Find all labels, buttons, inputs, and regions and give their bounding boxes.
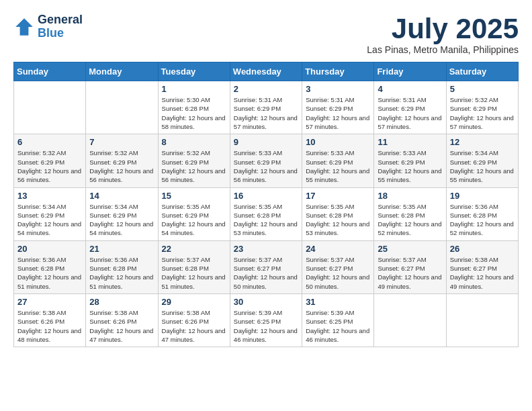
day-number: 27 (17, 297, 82, 307)
day-info: Sunrise: 5:37 AMSunset: 6:27 PMDaylight:… (234, 255, 298, 291)
day-info: Sunrise: 5:36 AMSunset: 6:28 PMDaylight:… (89, 255, 154, 291)
day-info: Sunrise: 5:35 AMSunset: 6:28 PMDaylight:… (378, 202, 442, 238)
calendar-cell: 14Sunrise: 5:34 AMSunset: 6:29 PMDayligh… (86, 187, 158, 240)
day-number: 16 (234, 191, 298, 201)
calendar-cell: 31Sunrise: 5:39 AMSunset: 6:25 PMDayligh… (302, 293, 374, 347)
day-number: 8 (162, 137, 226, 147)
day-of-week-header: Monday (86, 62, 158, 81)
calendar-cell: 22Sunrise: 5:37 AMSunset: 6:28 PMDayligh… (158, 240, 230, 293)
day-info: Sunrise: 5:32 AMSunset: 6:29 PMDaylight:… (162, 148, 226, 184)
svg-marker-0 (15, 18, 33, 36)
day-number: 23 (234, 244, 298, 254)
day-number: 12 (450, 137, 515, 147)
calendar-cell: 2Sunrise: 5:31 AMSunset: 6:29 PMDaylight… (230, 81, 302, 134)
location: Las Pinas, Metro Manila, Philippines (367, 44, 519, 55)
day-info: Sunrise: 5:38 AMSunset: 6:26 PMDaylight:… (162, 308, 226, 344)
calendar-cell: 16Sunrise: 5:35 AMSunset: 6:28 PMDayligh… (230, 187, 302, 240)
day-info: Sunrise: 5:30 AMSunset: 6:28 PMDaylight:… (162, 95, 226, 131)
day-info: Sunrise: 5:38 AMSunset: 6:26 PMDaylight:… (89, 308, 154, 344)
calendar-cell: 7Sunrise: 5:32 AMSunset: 6:29 PMDaylight… (86, 134, 158, 187)
calendar-header: SundayMondayTuesdayWednesdayThursdayFrid… (14, 62, 519, 81)
day-info: Sunrise: 5:36 AMSunset: 6:28 PMDaylight:… (17, 255, 82, 291)
calendar-cell (374, 293, 446, 347)
day-of-week-header: Saturday (446, 62, 518, 81)
month-title: July 2025 (367, 13, 519, 44)
day-number: 30 (234, 297, 298, 307)
day-number: 3 (306, 84, 370, 94)
day-number: 4 (378, 84, 442, 94)
day-of-week-header: Sunday (14, 62, 86, 81)
calendar-cell: 18Sunrise: 5:35 AMSunset: 6:28 PMDayligh… (374, 187, 446, 240)
day-info: Sunrise: 5:33 AMSunset: 6:29 PMDaylight:… (234, 148, 298, 184)
calendar-cell (86, 81, 158, 134)
day-info: Sunrise: 5:32 AMSunset: 6:29 PMDaylight:… (450, 95, 515, 131)
day-number: 10 (306, 137, 370, 147)
calendar: SundayMondayTuesdayWednesdayThursdayFrid… (13, 62, 519, 347)
day-info: Sunrise: 5:37 AMSunset: 6:27 PMDaylight:… (306, 255, 370, 291)
logo-icon (13, 16, 35, 38)
calendar-cell: 6Sunrise: 5:32 AMSunset: 6:29 PMDaylight… (14, 134, 86, 187)
day-number: 24 (306, 244, 370, 254)
calendar-cell: 1Sunrise: 5:30 AMSunset: 6:28 PMDaylight… (158, 81, 230, 134)
day-number: 7 (89, 137, 154, 147)
calendar-week-row: 1Sunrise: 5:30 AMSunset: 6:28 PMDaylight… (14, 81, 519, 134)
day-number: 14 (89, 191, 154, 201)
calendar-cell: 19Sunrise: 5:36 AMSunset: 6:28 PMDayligh… (446, 187, 518, 240)
calendar-cell: 28Sunrise: 5:38 AMSunset: 6:26 PMDayligh… (86, 293, 158, 347)
calendar-cell: 11Sunrise: 5:33 AMSunset: 6:29 PMDayligh… (374, 134, 446, 187)
logo-line2: Blue (38, 26, 64, 40)
calendar-cell: 24Sunrise: 5:37 AMSunset: 6:27 PMDayligh… (302, 240, 374, 293)
day-header-row: SundayMondayTuesdayWednesdayThursdayFrid… (14, 62, 519, 81)
day-info: Sunrise: 5:38 AMSunset: 6:26 PMDaylight:… (17, 308, 82, 344)
day-number: 9 (234, 137, 298, 147)
day-info: Sunrise: 5:37 AMSunset: 6:27 PMDaylight:… (378, 255, 442, 291)
day-info: Sunrise: 5:35 AMSunset: 6:29 PMDaylight:… (162, 202, 226, 238)
day-of-week-header: Friday (374, 62, 446, 81)
day-number: 2 (234, 84, 298, 94)
calendar-week-row: 27Sunrise: 5:38 AMSunset: 6:26 PMDayligh… (14, 293, 519, 347)
day-number: 31 (306, 297, 370, 307)
day-number: 5 (450, 84, 515, 94)
logo: General Blue (13, 13, 83, 40)
day-info: Sunrise: 5:33 AMSunset: 6:29 PMDaylight:… (306, 148, 370, 184)
day-of-week-header: Wednesday (230, 62, 302, 81)
day-number: 18 (378, 191, 442, 201)
day-number: 22 (162, 244, 226, 254)
calendar-cell: 5Sunrise: 5:32 AMSunset: 6:29 PMDaylight… (446, 81, 518, 134)
day-number: 17 (306, 191, 370, 201)
calendar-cell: 30Sunrise: 5:39 AMSunset: 6:25 PMDayligh… (230, 293, 302, 347)
day-info: Sunrise: 5:34 AMSunset: 6:29 PMDaylight:… (89, 202, 154, 238)
calendar-cell: 17Sunrise: 5:35 AMSunset: 6:28 PMDayligh… (302, 187, 374, 240)
logo-line1: General (38, 13, 83, 26)
calendar-cell: 29Sunrise: 5:38 AMSunset: 6:26 PMDayligh… (158, 293, 230, 347)
calendar-cell: 15Sunrise: 5:35 AMSunset: 6:29 PMDayligh… (158, 187, 230, 240)
page-header: General Blue July 2025 Las Pinas, Metro … (13, 13, 519, 55)
day-number: 28 (89, 297, 154, 307)
day-info: Sunrise: 5:35 AMSunset: 6:28 PMDaylight:… (306, 202, 370, 238)
calendar-cell: 8Sunrise: 5:32 AMSunset: 6:29 PMDaylight… (158, 134, 230, 187)
day-number: 1 (162, 84, 226, 94)
day-info: Sunrise: 5:31 AMSunset: 6:29 PMDaylight:… (378, 95, 442, 131)
calendar-cell: 20Sunrise: 5:36 AMSunset: 6:28 PMDayligh… (14, 240, 86, 293)
calendar-cell (446, 293, 518, 347)
day-info: Sunrise: 5:34 AMSunset: 6:29 PMDaylight:… (450, 148, 515, 184)
calendar-body: 1Sunrise: 5:30 AMSunset: 6:28 PMDaylight… (14, 81, 519, 347)
calendar-cell: 25Sunrise: 5:37 AMSunset: 6:27 PMDayligh… (374, 240, 446, 293)
calendar-cell: 10Sunrise: 5:33 AMSunset: 6:29 PMDayligh… (302, 134, 374, 187)
calendar-cell: 9Sunrise: 5:33 AMSunset: 6:29 PMDaylight… (230, 134, 302, 187)
calendar-cell: 12Sunrise: 5:34 AMSunset: 6:29 PMDayligh… (446, 134, 518, 187)
calendar-cell: 21Sunrise: 5:36 AMSunset: 6:28 PMDayligh… (86, 240, 158, 293)
day-info: Sunrise: 5:39 AMSunset: 6:25 PMDaylight:… (306, 308, 370, 344)
calendar-cell: 4Sunrise: 5:31 AMSunset: 6:29 PMDaylight… (374, 81, 446, 134)
calendar-cell: 27Sunrise: 5:38 AMSunset: 6:26 PMDayligh… (14, 293, 86, 347)
calendar-week-row: 13Sunrise: 5:34 AMSunset: 6:29 PMDayligh… (14, 187, 519, 240)
day-info: Sunrise: 5:36 AMSunset: 6:28 PMDaylight:… (450, 202, 515, 238)
calendar-cell: 13Sunrise: 5:34 AMSunset: 6:29 PMDayligh… (14, 187, 86, 240)
day-number: 26 (450, 244, 515, 254)
title-area: July 2025 Las Pinas, Metro Manila, Phili… (367, 13, 519, 55)
day-info: Sunrise: 5:38 AMSunset: 6:27 PMDaylight:… (450, 255, 515, 291)
day-info: Sunrise: 5:37 AMSunset: 6:28 PMDaylight:… (162, 255, 226, 291)
day-number: 15 (162, 191, 226, 201)
day-number: 25 (378, 244, 442, 254)
day-info: Sunrise: 5:34 AMSunset: 6:29 PMDaylight:… (17, 202, 82, 238)
